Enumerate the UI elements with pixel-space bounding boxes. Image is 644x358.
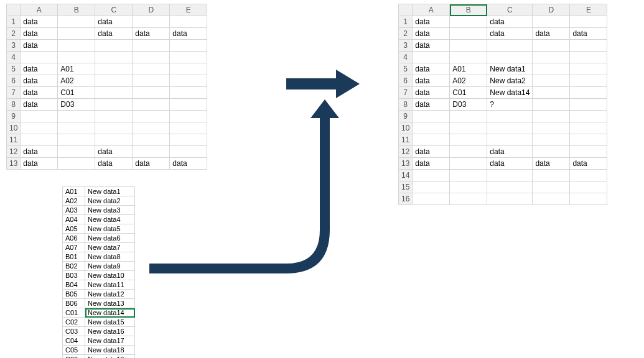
cell[interactable]	[450, 170, 487, 181]
lookup-key[interactable]: B05	[63, 290, 85, 299]
cell[interactable]	[570, 52, 607, 63]
cell[interactable]	[570, 146, 607, 158]
cell[interactable]: C01	[58, 87, 95, 99]
row-header[interactable]: 4	[399, 52, 413, 63]
cell[interactable]	[450, 134, 487, 146]
cell[interactable]	[487, 134, 533, 146]
lookup-key[interactable]: B04	[63, 280, 85, 290]
cell[interactable]: New data1	[487, 63, 533, 75]
cell[interactable]: data	[413, 40, 450, 52]
lookup-value[interactable]: New data3	[85, 206, 135, 215]
row-header[interactable]: 12	[399, 146, 413, 158]
cell[interactable]	[58, 40, 95, 52]
cell[interactable]	[95, 99, 133, 111]
cell[interactable]: C01	[450, 87, 487, 99]
row-header[interactable]: 12	[7, 146, 21, 158]
cell[interactable]	[570, 16, 607, 28]
column-header-B[interactable]: B	[450, 4, 487, 16]
cell[interactable]: data	[413, 16, 450, 28]
cell[interactable]: New data2	[487, 75, 533, 87]
cell[interactable]: data	[95, 28, 133, 40]
cell[interactable]	[533, 99, 570, 111]
cell[interactable]	[95, 87, 133, 99]
cell[interactable]	[133, 75, 170, 87]
row-header[interactable]: 2	[7, 28, 21, 40]
cell[interactable]	[95, 75, 133, 87]
cell[interactable]	[58, 158, 95, 170]
cell[interactable]	[95, 122, 133, 134]
cell[interactable]	[170, 63, 207, 75]
cell[interactable]	[58, 52, 95, 63]
lookup-key[interactable]: C05	[63, 346, 85, 355]
cell[interactable]	[533, 146, 570, 158]
select-all-corner[interactable]	[7, 4, 21, 16]
cell[interactable]	[570, 63, 607, 75]
cell[interactable]	[58, 146, 95, 158]
cell[interactable]: data	[95, 158, 133, 170]
cell[interactable]	[450, 16, 487, 28]
lookup-key[interactable]: C04	[63, 336, 85, 346]
cell[interactable]: D03	[58, 99, 95, 111]
row-header[interactable]: 15	[399, 181, 413, 193]
lookup-value[interactable]: New data17	[85, 336, 135, 346]
row-header[interactable]: 5	[7, 63, 21, 75]
cell[interactable]	[487, 170, 533, 181]
row-header[interactable]: 5	[399, 63, 413, 75]
row-header[interactable]: 16	[399, 193, 413, 205]
cell[interactable]	[170, 87, 207, 99]
column-header-E[interactable]: E	[570, 4, 607, 16]
cell[interactable]: A01	[58, 63, 95, 75]
lookup-key[interactable]: B03	[63, 271, 85, 280]
cell[interactable]	[450, 193, 487, 205]
cell[interactable]	[570, 99, 607, 111]
cell[interactable]: data	[487, 146, 533, 158]
select-all-corner[interactable]	[399, 4, 413, 16]
cell[interactable]	[450, 181, 487, 193]
row-header[interactable]: 13	[399, 158, 413, 170]
cell[interactable]	[95, 40, 133, 52]
cell[interactable]	[21, 111, 58, 122]
row-header[interactable]: 10	[7, 122, 21, 134]
cell[interactable]: data	[487, 28, 533, 40]
cell[interactable]	[533, 170, 570, 181]
lookup-value[interactable]: New data15	[85, 318, 135, 327]
cell[interactable]	[95, 111, 133, 122]
column-header-C[interactable]: C	[95, 4, 133, 16]
cell[interactable]: data	[413, 158, 450, 170]
cell[interactable]: data	[21, 99, 58, 111]
lookup-key[interactable]: A07	[63, 243, 85, 252]
cell[interactable]	[58, 16, 95, 28]
cell[interactable]: data	[95, 146, 133, 158]
cell[interactable]: A02	[58, 75, 95, 87]
cell[interactable]	[133, 16, 170, 28]
cell[interactable]: data	[21, 146, 58, 158]
column-header-A[interactable]: A	[413, 4, 450, 16]
lookup-value[interactable]: New data16	[85, 327, 135, 336]
cell[interactable]	[413, 193, 450, 205]
cell[interactable]: data	[21, 40, 58, 52]
cell[interactable]: A01	[450, 63, 487, 75]
cell[interactable]	[570, 111, 607, 122]
cell[interactable]: data	[21, 158, 58, 170]
cell[interactable]	[533, 122, 570, 134]
row-header[interactable]: 1	[7, 16, 21, 28]
cell[interactable]: D03	[450, 99, 487, 111]
cell[interactable]: data	[21, 63, 58, 75]
row-header[interactable]: 8	[399, 99, 413, 111]
cell[interactable]	[533, 87, 570, 99]
cell[interactable]	[133, 52, 170, 63]
row-header[interactable]: 4	[7, 52, 21, 63]
cell[interactable]	[533, 52, 570, 63]
cell[interactable]: data	[133, 28, 170, 40]
cell[interactable]: data	[413, 28, 450, 40]
column-header-A[interactable]: A	[21, 4, 58, 16]
cell[interactable]	[487, 40, 533, 52]
row-header[interactable]: 6	[7, 75, 21, 87]
lookup-value[interactable]: New data1	[85, 187, 135, 196]
cell[interactable]	[133, 63, 170, 75]
cell[interactable]	[570, 181, 607, 193]
cell[interactable]	[533, 75, 570, 87]
cell[interactable]: data	[413, 99, 450, 111]
cell[interactable]	[95, 134, 133, 146]
row-header[interactable]: 14	[399, 170, 413, 181]
